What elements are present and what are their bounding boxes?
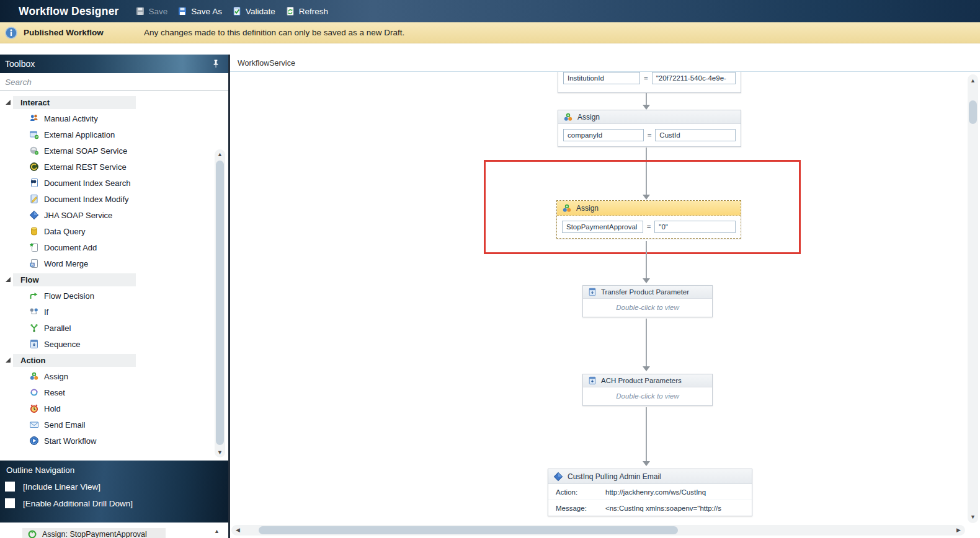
scroll-up-icon[interactable]: ▲ [214,528,220,534]
toolbox-item-external-soap-service[interactable]: External SOAP Service [0,143,228,159]
connector-arrow [643,93,650,110]
toolbox-item-if[interactable]: If [0,304,228,320]
word-merge-icon: W [29,258,39,268]
workflow-canvas: WorkflowService InstitutionId = "20f7221… [230,55,980,538]
expander-icon[interactable] [6,277,11,282]
scroll-left-icon[interactable]: ◀ [233,525,243,535]
scrollbar-thumb[interactable] [259,526,678,534]
svg-text:W: W [30,263,34,267]
external-soap-service-icon [29,146,39,156]
scroll-down-icon[interactable]: ▼ [968,512,978,522]
refresh-button[interactable]: Refresh [280,4,333,19]
node-ach-product-parameters[interactable]: ACH Product Parameters Double-click to v… [582,374,713,406]
toolbox-item-external-application[interactable]: External Application [0,126,228,143]
node-transfer-product-parameter[interactable]: Transfer Product Parameter Double-click … [582,285,713,317]
flow-decision-icon [29,291,39,301]
manual-activity-icon [29,113,39,123]
external-rest-service-icon [29,162,39,172]
document-index-modify-icon [29,194,39,204]
assign-node-icon [27,529,37,538]
connector-arrow [643,241,650,283]
refresh-icon [285,6,295,16]
outline-partial-item[interactable]: Assign: StopPaymentApproval ▲ [0,523,228,538]
info-icon [5,27,17,39]
toolbox-item-document-index-modify[interactable]: Document Index Modify [0,191,228,207]
toolbox-item-word-merge[interactable]: WWord Merge [0,255,228,271]
value-field[interactable]: CustId [655,129,736,141]
toolbox-item-manual-activity[interactable]: Manual Activity [0,110,228,126]
toolbox-item-document-add[interactable]: Document Add [0,239,228,255]
expander-icon[interactable] [6,358,11,363]
value-field[interactable]: "20f72211-540c-4e9e- [652,72,736,84]
checkbox[interactable] [5,482,15,492]
left-panel: Toolbox InteractManual ActivityExternal … [0,55,230,538]
toolbox-group-label: Interact [13,96,136,109]
save-button[interactable]: Save [130,4,173,19]
enable-drill-down-option[interactable]: [Enable Additional Drill Down] [5,498,228,508]
gap-strip [0,43,980,55]
toolbox-group-label: Flow [13,273,136,286]
toolbox-item-hold[interactable]: Hold [0,400,228,417]
hold-icon [29,404,39,413]
variable-field[interactable]: StopPaymentApproval [562,221,643,233]
save-as-button[interactable]: Save As [172,4,227,19]
canvas-body[interactable]: InstitutionId = "20f72211-540c-4e9e- Ass… [230,72,980,538]
scrollbar-thumb[interactable] [216,161,224,445]
canvas-vertical-scrollbar[interactable]: ▲ ▼ [968,74,978,523]
notice-title: Published Workflow [24,28,144,37]
validate-icon [232,6,242,16]
save-as-icon [177,6,187,16]
scroll-right-icon[interactable]: ▶ [953,525,964,535]
value-field[interactable]: "0" [654,221,736,233]
toolbox-item-document-index-search[interactable]: Document Index Search [0,175,228,191]
toolbox-item-reset[interactable]: Reset [0,384,228,400]
toolbox-group-action[interactable]: Action [0,352,228,368]
toolbox-item-jha-soap-service[interactable]: JHA SOAP Service [0,207,228,223]
soap-message-row: Message: <ns:CustInq xmlns:soapenv="http… [548,500,752,516]
notice-message: Any changes made to this definition can … [144,28,404,37]
toolbox-item-flow-decision[interactable]: Flow Decision [0,288,228,304]
toolbox-item-assign[interactable]: Assign [0,368,228,384]
variable-field[interactable]: InstitutionId [563,72,640,84]
node-assign-institutionid[interactable]: InstitutionId = "20f72211-540c-4e9e- [558,72,741,93]
toolbox-scrollbar[interactable]: ▲ ▼ [215,149,225,457]
external-application-icon [29,130,39,139]
variable-field[interactable]: companyId [563,129,644,141]
toolbox-header: Toolbox [0,55,228,73]
toolbox-item-sequence[interactable]: Sequence [0,336,228,352]
toolbox-tree: InteractManual ActivityExternal Applicat… [0,91,228,461]
node-assign-stoppaymentapproval[interactable]: Assign StopPaymentApproval = "0" [556,200,741,239]
parallel-icon [29,323,39,333]
scrollbar-thumb[interactable] [969,100,977,124]
scroll-up-icon[interactable]: ▲ [968,76,978,86]
toolbox-group-flow[interactable]: Flow [0,271,228,288]
pin-icon[interactable] [211,59,221,69]
save-icon [135,6,145,16]
scroll-down-icon[interactable]: ▼ [215,448,225,457]
toolbox-title: Toolbox [5,59,35,69]
toolbox-item-start-workflow[interactable]: Start Workflow [0,433,228,449]
toolbox-item-data-query[interactable]: Data Query [0,223,228,239]
expander-icon[interactable] [6,100,11,105]
node-assign-companyid[interactable]: Assign companyId = CustId [558,110,741,147]
toolbox-group-interact[interactable]: Interact [0,94,228,110]
app-title: Workflow Designer [19,5,119,18]
sequence-icon [588,376,597,385]
canvas-horizontal-scrollbar[interactable]: ◀ ▶ [231,525,965,536]
node-custinq-pulling-admin-email[interactable]: CustInq Pulling Admin Email Action: http… [548,469,752,516]
scroll-up-icon[interactable]: ▲ [215,149,225,159]
sequence-icon [588,288,597,296]
canvas-breadcrumb[interactable]: WorkflowService [230,55,980,72]
include-linear-view-option[interactable]: [Include Linear View] [5,482,228,492]
toolbox-item-parallel[interactable]: Parallel [0,320,228,336]
toolbox-item-send-email[interactable]: Send Email [0,417,228,433]
document-index-search-icon [29,178,39,188]
search-input[interactable] [0,73,228,91]
start-workflow-icon [29,436,39,446]
checkbox[interactable] [5,498,15,508]
validate-button[interactable]: Validate [227,4,280,19]
assign-icon [562,203,572,213]
outline-title: Outline Navigation [0,461,228,475]
toolbox-item-external-rest-service[interactable]: External REST Service [0,159,228,175]
jha-soap-service-icon [29,210,39,220]
